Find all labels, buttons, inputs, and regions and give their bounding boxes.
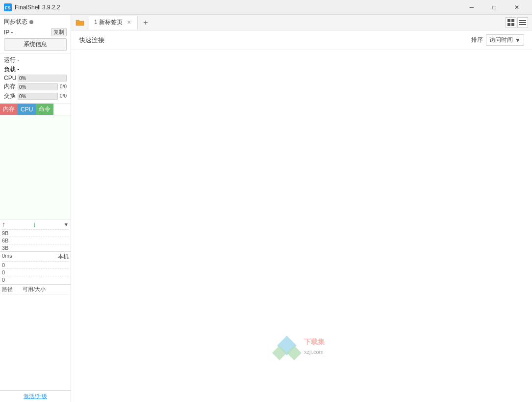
ping-row-3: 0 (2, 276, 69, 283)
sort-dropdown-icon: ▼ (515, 37, 521, 44)
run-row: 运行 - (4, 56, 67, 64)
net-val-9b: 9B (2, 229, 69, 237)
svg-rect-8 (519, 22, 526, 23)
quick-connect-label: 快速连接 (79, 36, 104, 45)
mem-bar: 0% (18, 83, 58, 90)
window-controls: ─ □ ✕ (460, 0, 528, 15)
swap-stat-row: 交换 0% 0/0 (4, 92, 67, 100)
cpu-stat-row: CPU 0% (4, 75, 67, 81)
sidebar: 同步状态 IP - 复制 系统信息 运行 - 负载 - CPU (0, 15, 71, 402)
title-bar: FS FinalShell 3.9.2.2 ─ □ ✕ (0, 0, 532, 15)
sidebar-stats: 运行 - 负载 - CPU 0% 内存 0% 0/0 (0, 54, 71, 104)
net-val-6b: 6B (2, 237, 69, 244)
disk-size-label: 可用/大小 (23, 286, 46, 293)
close-button[interactable]: ✕ (506, 0, 528, 15)
swap-label: 交换 (4, 92, 16, 100)
disk-path-label: 路径 (2, 286, 13, 293)
svg-rect-9 (519, 24, 526, 25)
mem-extra: 0/0 (60, 84, 67, 89)
grid-view-button[interactable] (506, 17, 516, 28)
sync-status: 同步状态 (4, 18, 67, 26)
svg-rect-5 (507, 23, 510, 26)
run-label: 运行 - (4, 56, 19, 64)
swap-bar: 0% (18, 93, 58, 100)
svg-rect-4 (511, 19, 514, 22)
tab-mem[interactable]: 内存 (0, 104, 18, 115)
tab-1[interactable]: 1 新标签页 ✕ (89, 16, 138, 29)
sidebar-header: 同步状态 IP - 复制 系统信息 (0, 15, 71, 54)
sort-label: 排序 (471, 36, 483, 44)
sort-dropdown[interactable]: 访问时间 ▼ (486, 34, 524, 46)
load-row: 负载 - (4, 65, 67, 74)
maximize-button[interactable]: □ (483, 0, 506, 15)
ip-label: IP - (4, 29, 13, 36)
sync-label: 同步状态 (4, 18, 27, 26)
tab-1-close[interactable]: ✕ (126, 19, 132, 26)
network-monitor: ↑ ↓ ▼ 9B 6B 3B (0, 219, 71, 252)
cpu-value: 0% (19, 75, 26, 81)
sort-section: 排序 访问时间 ▼ (471, 34, 524, 46)
mem-stat-row: 内存 0% 0/0 (4, 82, 67, 91)
mem-label: 内存 (4, 82, 16, 91)
svg-rect-2 (0, 115, 71, 219)
svg-text:xzji.com: xzji.com (304, 349, 324, 355)
main-content: 下载集 xzji.com (71, 50, 532, 402)
swap-value: 0% (19, 93, 26, 100)
tab-cmd[interactable]: 命令 (36, 104, 53, 115)
monitor-tabs: 内存 CPU 命令 (0, 104, 71, 115)
mem-value: 0% (19, 84, 26, 90)
tab-cpu[interactable]: CPU (18, 104, 36, 115)
main-container: 同步状态 IP - 复制 系统信息 运行 - 负载 - CPU (0, 15, 532, 402)
sidebar-bottom: 激活/升级 (0, 390, 71, 402)
sort-value: 访问时间 (489, 36, 513, 44)
ping-row-1: 0 (2, 261, 69, 268)
activate-label[interactable]: 激活/升级 (24, 393, 47, 399)
monitor-chart (0, 115, 71, 219)
content-area: 1 新标签页 ✕ + (71, 15, 532, 402)
tab-bar: 1 新标签页 ✕ + (71, 15, 532, 30)
ping-header: 0ms 本机 (2, 253, 69, 260)
window-title: FinalShell 3.9.2.2 (15, 4, 460, 11)
watermark-logo: 下载集 xzji.com (267, 328, 336, 363)
ping-section: 0ms 本机 0 0 0 (0, 252, 71, 285)
view-toggle (506, 17, 530, 28)
network-labels: 9B 6B 3B (0, 229, 71, 251)
upload-icon: ↑ (2, 220, 5, 228)
network-dropdown-icon[interactable]: ▼ (64, 222, 69, 227)
ping-local: 本机 (58, 253, 69, 260)
svg-rect-6 (511, 23, 514, 26)
folder-icon[interactable] (73, 16, 87, 29)
network-header: ↑ ↓ ▼ (0, 219, 71, 229)
ping-row-2: 0 (2, 268, 69, 276)
status-dot (29, 20, 33, 24)
cpu-label: CPU (4, 75, 16, 81)
minimize-button[interactable]: ─ (460, 0, 483, 15)
watermark-area: 下载集 xzji.com (267, 328, 336, 363)
download-icon: ↓ (33, 220, 36, 228)
svg-text:FS: FS (5, 5, 11, 10)
app-icon: FS (4, 3, 12, 11)
list-view-button[interactable] (517, 17, 528, 28)
quick-connect-bar: 快速连接 排序 访问时间 ▼ (71, 30, 532, 50)
ip-dash: - (11, 29, 13, 36)
cpu-bar: 0% (18, 75, 67, 81)
svg-rect-3 (507, 19, 510, 22)
svg-text:下载集: 下载集 (304, 338, 325, 346)
ip-row: IP - 复制 (4, 28, 67, 36)
net-val-3b: 3B (2, 244, 69, 251)
svg-rect-7 (519, 20, 526, 21)
load-label: 负载 - (4, 65, 19, 74)
ping-ms: 0ms (2, 253, 12, 260)
add-tab-button[interactable]: + (140, 17, 152, 28)
sys-info-button[interactable]: 系统信息 (4, 38, 67, 51)
copy-button[interactable]: 复制 (51, 28, 67, 36)
disk-section: 路径 可用/大小 (0, 285, 71, 390)
swap-extra: 0/0 (60, 93, 67, 99)
chart-area (0, 115, 71, 219)
disk-header: 路径 可用/大小 (2, 286, 69, 295)
tab-1-label: 1 新标签页 (94, 18, 123, 27)
